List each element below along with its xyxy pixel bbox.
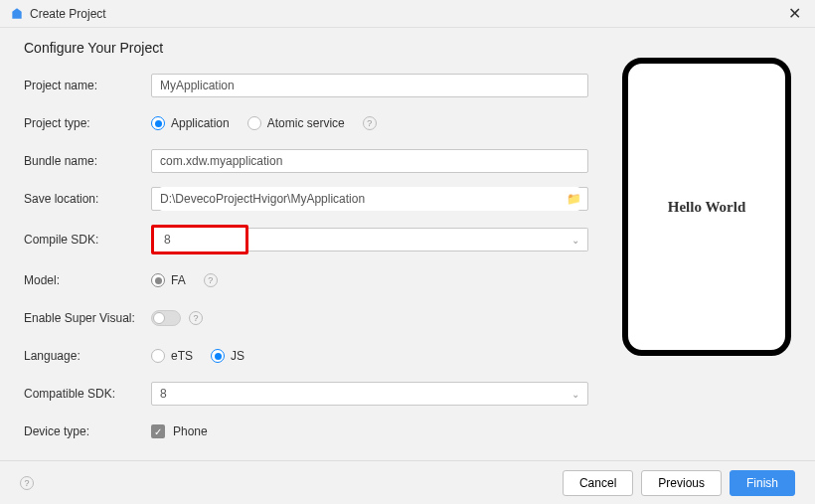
form-area: Configure Your Project Project name: Pro… bbox=[24, 40, 622, 495]
finish-button-label: Finish bbox=[746, 476, 778, 490]
row-bundle-name: Bundle name: bbox=[24, 149, 602, 173]
help-icon[interactable]: ? bbox=[20, 476, 34, 490]
radio-label: Atomic service bbox=[267, 116, 345, 130]
chevron-down-icon: ⌄ bbox=[571, 235, 579, 246]
label-project-name: Project name: bbox=[24, 79, 151, 92]
radio-label: JS bbox=[231, 349, 244, 363]
content-area: Configure Your Project Project name: Pro… bbox=[0, 28, 815, 495]
label-project-type: Project type: bbox=[24, 116, 151, 130]
cancel-button-label: Cancel bbox=[579, 476, 616, 490]
help-icon[interactable]: ? bbox=[204, 273, 218, 287]
previous-button[interactable]: Previous bbox=[641, 470, 722, 496]
footer: ? Cancel Previous Finish bbox=[0, 460, 815, 504]
bundle-name-input[interactable] bbox=[151, 149, 588, 173]
cancel-button[interactable]: Cancel bbox=[563, 470, 633, 496]
radio-ets[interactable]: eTS bbox=[151, 349, 193, 363]
row-language: Language: eTS JS bbox=[24, 344, 602, 368]
phone-checkbox[interactable]: ✓ bbox=[151, 424, 165, 438]
radio-icon bbox=[151, 349, 165, 363]
row-device-type: Device type: ✓ Phone bbox=[24, 420, 602, 443]
row-save-location: Save location: 📁 bbox=[24, 187, 602, 211]
help-icon[interactable]: ? bbox=[363, 116, 377, 130]
row-compile-sdk: Compile SDK: 8 ⌄ bbox=[24, 225, 602, 254]
label-enable-super-visual: Enable Super Visual: bbox=[24, 311, 151, 325]
radio-icon bbox=[247, 116, 261, 130]
checkbox-label: Phone bbox=[173, 424, 208, 438]
preview-text: Hello World bbox=[668, 199, 745, 216]
row-project-name: Project name: bbox=[24, 74, 602, 97]
row-enable-super-visual: Enable Super Visual: ? bbox=[24, 306, 602, 330]
label-language: Language: bbox=[24, 349, 151, 363]
chevron-down-icon: ⌄ bbox=[571, 389, 579, 400]
compatible-sdk-value: 8 bbox=[160, 387, 167, 401]
close-icon[interactable]: ✕ bbox=[784, 4, 805, 23]
radio-icon bbox=[151, 273, 165, 287]
finish-button[interactable]: Finish bbox=[730, 470, 795, 496]
label-model: Model: bbox=[24, 273, 151, 287]
compatible-sdk-select[interactable]: 8 ⌄ bbox=[151, 382, 588, 406]
radio-icon bbox=[211, 349, 225, 363]
label-save-location: Save location: bbox=[24, 192, 151, 206]
radio-label: Application bbox=[171, 116, 230, 130]
app-logo-icon bbox=[10, 7, 24, 21]
radio-js[interactable]: JS bbox=[211, 349, 244, 363]
radio-atomic-service[interactable]: Atomic service bbox=[247, 116, 345, 130]
titlebar: Create Project ✕ bbox=[0, 0, 815, 28]
previous-button-label: Previous bbox=[658, 476, 705, 490]
row-project-type: Project type: Application Atomic service… bbox=[24, 111, 602, 135]
device-preview: Hello World bbox=[622, 58, 791, 356]
compile-sdk-select-extend[interactable]: ⌄ bbox=[248, 228, 588, 252]
label-compile-sdk: Compile SDK: bbox=[24, 233, 151, 247]
radio-label: FA bbox=[171, 273, 186, 287]
radio-application[interactable]: Application bbox=[151, 116, 230, 130]
label-bundle-name: Bundle name: bbox=[24, 154, 151, 168]
preview-panel: Hello World bbox=[622, 40, 791, 495]
row-compatible-sdk: Compatible SDK: 8 ⌄ bbox=[24, 382, 602, 406]
radio-fa[interactable]: FA bbox=[151, 273, 186, 287]
save-location-input[interactable] bbox=[160, 187, 579, 211]
label-device-type: Device type: bbox=[24, 424, 151, 438]
project-name-input[interactable] bbox=[151, 74, 588, 97]
label-compatible-sdk: Compatible SDK: bbox=[24, 387, 151, 401]
help-icon[interactable]: ? bbox=[189, 311, 203, 325]
page-title: Configure Your Project bbox=[24, 40, 602, 56]
radio-label: eTS bbox=[171, 349, 193, 363]
save-location-input-wrapper: 📁 bbox=[151, 187, 588, 211]
compile-sdk-select[interactable]: 8 bbox=[151, 225, 248, 254]
row-model: Model: FA ? bbox=[24, 268, 602, 292]
radio-icon bbox=[151, 116, 165, 130]
compile-sdk-value: 8 bbox=[164, 233, 171, 247]
window-title: Create Project bbox=[30, 7, 106, 21]
enable-super-visual-toggle[interactable] bbox=[151, 310, 181, 326]
